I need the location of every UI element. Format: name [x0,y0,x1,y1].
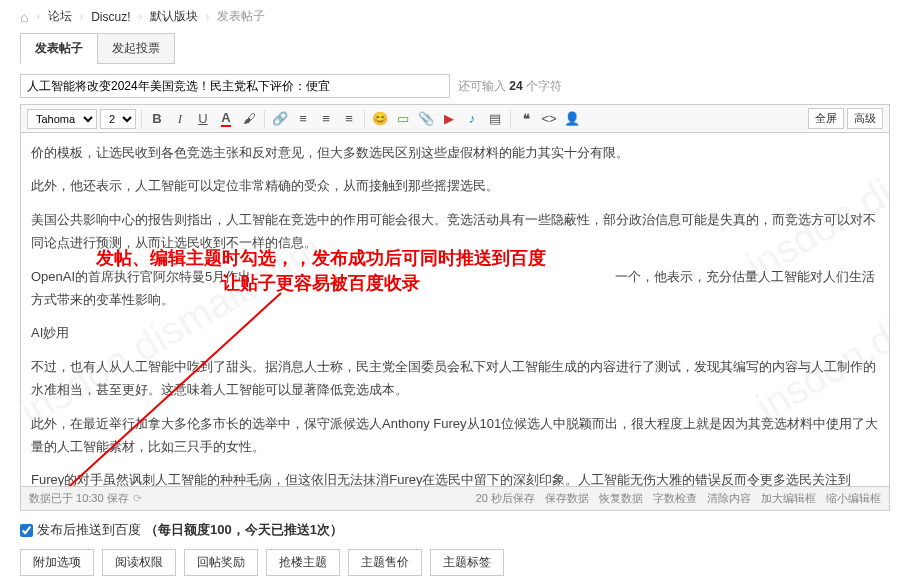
editor-paragraph: Furey的对手虽然讽刺人工智能的种种毛病，但这依旧无法抹消Furey在选民中留… [31,468,879,487]
editor-body[interactable]: insdon.dismall.com insdon.dismall.com in… [20,133,890,487]
clip-icon: 📎 [418,111,434,126]
align-right-button[interactable]: ≡ [339,109,359,129]
refresh-icon[interactable]: ⟳ [133,492,142,505]
align-center-icon: ≡ [322,111,330,126]
image-icon: ▭ [397,111,409,126]
option-price[interactable]: 主题售价 [348,549,422,576]
editor-toolbar: Tahoma 2 B I U A 🖌 🔗 ≡ ≡ ≡ 😊 ▭ 📎 ▶ ♪ ▤ ❝… [20,104,890,133]
image-button[interactable]: ▭ [393,109,413,129]
option-tags[interactable]: 主题标签 [430,549,504,576]
title-input[interactable] [20,74,450,98]
attach-button[interactable]: 📎 [416,109,436,129]
italic-button[interactable]: I [170,109,190,129]
restore-data-button[interactable]: 恢复数据 [599,491,643,506]
align-right-icon: ≡ [345,111,353,126]
smile-icon: 😊 [372,111,388,126]
option-rush[interactable]: 抢楼主题 [266,549,340,576]
video-button[interactable]: ▶ [439,109,459,129]
push-label[interactable]: 发布后推送到百度 [37,521,141,539]
chevron-right-icon: › [80,11,83,22]
editor-paragraph: 此外，在最近举行加拿大多伦多市长的选举中，保守派候选人Anthony Furey… [31,412,879,459]
code-icon: <> [541,111,556,126]
page-button[interactable]: ▤ [485,109,505,129]
editor-paragraph: 美国公共影响中心的报告则指出，人工智能在竞选中的作用可能会很大。竞选活动具有一些… [31,208,879,255]
at-icon: 👤 [564,111,580,126]
wordcount-button[interactable]: 字数检查 [653,491,697,506]
underline-button[interactable]: U [193,109,213,129]
editor-paragraph: 价的模板，让选民收到各色竞选主张和反对意见，但大多数选民区别这些虚假材料的能力其… [31,141,879,164]
tab-post[interactable]: 发表帖子 [20,33,98,64]
breadcrumb-forum[interactable]: 论坛 [48,8,72,25]
editor-paragraph: 此外，他还表示，人工智能可以定位非常精确的受众，从而接触到那些摇摆选民。 [31,174,879,197]
at-button[interactable]: 👤 [562,109,582,129]
option-permission[interactable]: 阅读权限 [102,549,176,576]
bold-button[interactable]: B [147,109,167,129]
code-button[interactable]: <> [539,109,559,129]
link-button[interactable]: 🔗 [270,109,290,129]
tab-poll[interactable]: 发起投票 [97,33,175,64]
home-icon[interactable]: ⌂ [20,9,28,25]
autosave-label: 20 秒后保存 [476,491,535,506]
link-icon: 🔗 [272,111,288,126]
fontcolor-button[interactable]: A [216,109,236,129]
chevron-right-icon: › [36,11,39,22]
bgcolor-button[interactable]: 🖌 [239,109,259,129]
breadcrumb-module[interactable]: 默认版块 [150,8,198,25]
push-checkbox[interactable] [20,524,33,537]
breadcrumb-current: 发表帖子 [217,8,265,25]
fullscreen-button[interactable]: 全屏 [808,108,844,129]
editor-paragraph: 不过，也有人从人工智能中吃到了甜头。据消息人士称，民主党全国委员会私下对人工智能… [31,355,879,402]
breadcrumb: ⌂ › 论坛 › Discuz! › 默认版块 › 发表帖子 [20,8,890,25]
quote-button[interactable]: ❝ [516,109,536,129]
push-to-baidu-row: 发布后推送到百度 （每日额度100，今天已推送1次） [20,521,890,539]
editor-paragraph: AI妙用 [31,321,879,344]
editor-paragraph: OpenAI的首席执行官阿尔特曼5月作出＿＿＿＿＿＿＿＿＿＿＿＿＿＿＿＿＿＿＿＿… [31,265,879,312]
paintbrush-icon: 🖌 [243,111,256,126]
fontsize-select[interactable]: 2 [100,109,136,129]
font-select[interactable]: Tahoma [27,109,97,129]
breadcrumb-discuz[interactable]: Discuz! [91,10,130,24]
shrink-button[interactable]: 缩小编辑框 [826,491,881,506]
post-options: 附加选项 阅读权限 回帖奖励 抢楼主题 主题售价 主题标签 [20,549,890,576]
video-icon: ▶ [444,111,454,126]
audio-button[interactable]: ♪ [462,109,482,129]
quote-icon: ❝ [523,111,530,127]
align-center-button[interactable]: ≡ [316,109,336,129]
page-icon: ▤ [489,111,501,126]
push-quota: （每日额度100，今天已推送1次） [145,521,343,539]
enlarge-button[interactable]: 加大编辑框 [761,491,816,506]
option-reward[interactable]: 回帖奖励 [184,549,258,576]
advanced-button[interactable]: 高级 [847,108,883,129]
align-left-button[interactable]: ≡ [293,109,313,129]
chevron-right-icon: › [206,11,209,22]
align-left-icon: ≡ [299,111,307,126]
editor-statusbar: 数据已于 10:30 保存 ⟳ 20 秒后保存 保存数据 恢复数据 字数检查 清… [20,487,890,511]
option-attach[interactable]: 附加选项 [20,549,94,576]
save-data-button[interactable]: 保存数据 [545,491,589,506]
post-tabs: 发表帖子 发起投票 [20,33,890,64]
save-status: 数据已于 10:30 保存 [29,491,129,506]
clear-button[interactable]: 清除内容 [707,491,751,506]
char-counter: 还可输入 24 个字符 [458,78,562,95]
emoji-button[interactable]: 😊 [370,109,390,129]
chevron-right-icon: › [139,11,142,22]
music-icon: ♪ [469,111,476,126]
